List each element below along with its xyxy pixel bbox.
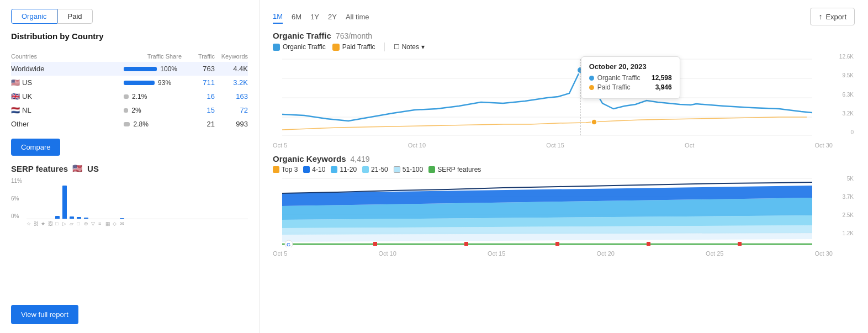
keywords-legend: Top 3 4-10 11-20 21-50 51-100 SERP featu… (273, 166, 855, 173)
traffic-chart-svg (273, 54, 833, 139)
keywords-cell: 4.4K (215, 62, 248, 76)
traffic-title: Organic Traffic (273, 31, 331, 40)
bar-cell: 93% (124, 76, 182, 89)
kw-dot-4-10 (303, 166, 310, 173)
keywords-chart-svg: G (273, 176, 833, 247)
time-filter-button[interactable]: All time (346, 10, 369, 23)
tooltip-paid-dot (589, 85, 594, 90)
export-label: Export (825, 13, 846, 21)
country-cell: 🇬🇧UK (11, 89, 124, 103)
traffic-y-labels: 12.6K 9.5K 6.3K 3.2K 0 (839, 54, 854, 135)
kw-dot-serp (428, 166, 435, 173)
kw-label-11-20: 11-20 (340, 166, 357, 173)
time-filter-button[interactable]: 6M (292, 10, 301, 23)
notes-icon: ☐ (394, 43, 400, 51)
serp-icons-row: ☆⛓★🖼□▷▱□⊕▽≡▦◇✉ (27, 221, 248, 226)
keywords-chart-wrapper: G 5K 3.7K 2.5K 1.2K (273, 176, 833, 249)
compare-button[interactable]: Compare (11, 139, 60, 156)
serp-bar (84, 218, 88, 219)
legend-organic[interactable]: Organic Traffic (273, 43, 326, 51)
svg-rect-21 (647, 242, 650, 246)
bar-cell: 2.1% (124, 89, 182, 103)
tooltip-paid-row: Paid Traffic 3,946 (589, 83, 672, 91)
kw-legend-51-100[interactable]: 51-100 (394, 166, 423, 173)
view-full-report-button[interactable]: View full report (11, 305, 78, 324)
serp-icon: 🖼 (48, 221, 52, 226)
keywords-section: Organic Keywords 4,419 Top 3 4-10 11-20 … (273, 154, 855, 257)
serp-bar (120, 218, 124, 219)
bar-cell: 2.8% (124, 117, 182, 131)
time-filter-row: 1M6M1Y2YAll time ↑ Export (273, 8, 855, 25)
serp-region: US (87, 164, 99, 173)
serp-header: SERP features 🇺🇸 US (11, 163, 248, 173)
serp-icon: ★ (41, 221, 45, 226)
kw-legend-11-20[interactable]: 11-20 (331, 166, 357, 173)
tooltip-date: October 20, 2023 (589, 62, 672, 71)
keywords-y-labels: 5K 3.7K 2.5K 1.2K (842, 176, 854, 236)
tab-paid[interactable]: Paid (57, 9, 93, 24)
right-panel: 1M6M1Y2YAll time ↑ Export Organic Traffi… (260, 0, 868, 333)
country-cell: 🇺🇸US (11, 76, 124, 89)
notes-label: Notes (402, 43, 419, 51)
serp-icon: □ (77, 221, 81, 226)
traffic-cell: 15 (182, 103, 215, 117)
time-filter-button[interactable]: 1M (273, 10, 283, 24)
us-flag: 🇺🇸 (72, 163, 83, 173)
bar-cell: 100% (124, 62, 182, 76)
svg-rect-18 (373, 242, 377, 246)
traffic-cell: 16 (182, 89, 215, 103)
keywords-value: 4,419 (351, 155, 370, 163)
serp-icon: ✉ (120, 221, 124, 226)
traffic-legend-row: Organic Traffic Paid Traffic ☐ Notes ▾ (273, 43, 855, 51)
svg-rect-22 (738, 242, 742, 246)
serp-icon: ▽ (91, 221, 96, 226)
kw-dot-top3 (273, 166, 279, 173)
col-countries: Countries (11, 51, 124, 62)
serp-bar (77, 217, 81, 219)
notes-button[interactable]: ☐ Notes ▾ (394, 43, 425, 51)
kw-label-4-10: 4-10 (312, 166, 325, 173)
serp-section: SERP features 🇺🇸 US 11% 6% 0% ☆⛓★🖼□▷▱□⊕▽… (11, 163, 248, 233)
kw-legend-4-10[interactable]: 4-10 (303, 166, 325, 173)
svg-rect-19 (464, 242, 468, 246)
serp-icon: ☆ (27, 221, 31, 226)
time-filter-button[interactable]: 2Y (328, 10, 337, 23)
kw-dot-21-50 (362, 166, 369, 173)
time-filter-button[interactable]: 1Y (310, 10, 319, 23)
keywords-cell: 3.2K (215, 76, 248, 89)
serp-icon: ⊕ (84, 221, 88, 226)
export-button[interactable]: ↑ Export (810, 8, 855, 25)
svg-text:G: G (287, 242, 290, 247)
keywords-cell: 72 (215, 103, 248, 117)
serp-bar (70, 216, 74, 219)
legend-paid[interactable]: Paid Traffic (332, 43, 375, 51)
country-cell: Other (11, 117, 124, 131)
serp-icon: □ (55, 221, 60, 226)
kw-dot-51-100 (394, 166, 400, 173)
traffic-chart-wrapper: 12.6K 9.5K 6.3K 3.2K 0 October 20, 2023 … (273, 54, 833, 141)
kw-label-51-100: 51-100 (403, 166, 423, 173)
col-traffic-share: Traffic Share (124, 51, 182, 62)
tooltip-organic-value: 12,598 (652, 74, 672, 82)
kw-legend-serp[interactable]: SERP features (428, 166, 481, 173)
traffic-cell: 711 (182, 76, 215, 89)
time-buttons: 1M6M1Y2YAll time (273, 10, 369, 24)
country-table: Countries Traffic Share Traffic Keywords… (11, 51, 248, 131)
kw-label-serp: SERP features (437, 166, 481, 173)
tab-organic[interactable]: Organic (11, 9, 57, 24)
traffic-section: Organic Traffic 763/month Organic Traffi… (273, 31, 855, 149)
traffic-x-labels: Oct 5 Oct 10 Oct 15 Oct Oct 30 (273, 142, 833, 149)
serp-icon: ≡ (98, 221, 103, 226)
serp-icon: ⛓ (34, 221, 38, 226)
tooltip-organic-label: Organic Traffic (597, 74, 648, 82)
serp-bar (55, 216, 60, 219)
tab-group: Organic Paid (11, 9, 248, 24)
kw-dot-11-20 (331, 166, 337, 173)
serp-bar (62, 186, 67, 219)
serp-title: SERP features (11, 164, 68, 173)
svg-point-6 (591, 119, 597, 125)
serp-y-labels: 11% 6% 0% (11, 178, 22, 219)
distribution-title: Distribution by Country (11, 31, 248, 41)
kw-legend-21-50[interactable]: 21-50 (362, 166, 388, 173)
kw-legend-top3[interactable]: Top 3 (273, 166, 298, 173)
